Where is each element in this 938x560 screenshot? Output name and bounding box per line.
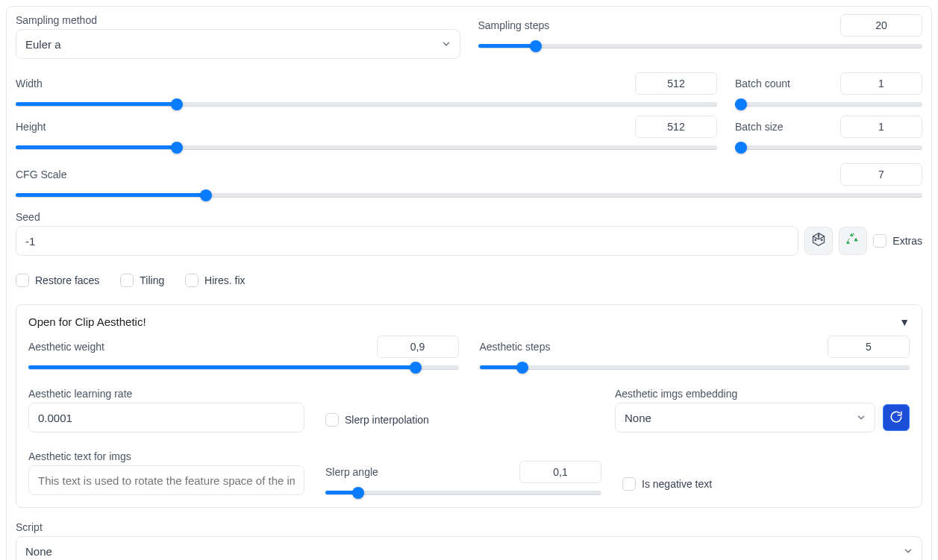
- tiling-label: Tiling: [140, 274, 164, 286]
- seed-input[interactable]: [16, 226, 798, 256]
- sampling-steps-label: Sampling steps: [478, 19, 550, 31]
- refresh-icon: [889, 410, 903, 426]
- svg-point-6: [818, 235, 819, 236]
- aesthetic-text-input[interactable]: [28, 465, 304, 495]
- batch-count-input[interactable]: [840, 72, 922, 95]
- is-negative-text-label: Is negative text: [642, 478, 712, 490]
- aesthetic-steps-label: Aesthetic steps: [480, 341, 551, 353]
- aesthetic-weight-slider[interactable]: [28, 365, 459, 370]
- height-slider[interactable]: [16, 145, 717, 150]
- slerp-interpolation-label: Slerp interpolation: [345, 414, 429, 426]
- height-label: Height: [16, 121, 46, 133]
- cfg-slider[interactable]: [16, 193, 922, 198]
- batch-size-label: Batch size: [735, 121, 784, 133]
- cfg-label: CFG Scale: [16, 169, 66, 180]
- aesthetic-steps-input[interactable]: [828, 336, 910, 358]
- svg-point-5: [822, 239, 823, 241]
- slerp-angle-slider[interactable]: [325, 491, 601, 495]
- aesthetic-weight-input[interactable]: [377, 336, 459, 358]
- sampling-method-select[interactable]: [16, 29, 460, 59]
- sampling-steps-slider[interactable]: [478, 44, 923, 48]
- extras-checkbox[interactable]: [873, 234, 887, 248]
- clip-aesthetic-title: Open for Clip Aesthetic!: [28, 315, 146, 328]
- batch-count-slider[interactable]: [735, 102, 922, 107]
- script-label: Script: [16, 521, 922, 533]
- hires-fix-checkbox[interactable]: [185, 274, 198, 287]
- svg-line-3: [813, 236, 819, 239]
- batch-size-input[interactable]: [840, 116, 922, 138]
- clip-aesthetic-panel: Open for Clip Aesthetic! ▼ Aesthetic wei…: [16, 304, 922, 508]
- generation-settings-panel: Sampling method Sampling steps Width: [6, 6, 932, 560]
- aesthetic-lr-input[interactable]: [28, 403, 304, 432]
- width-label: Width: [16, 78, 43, 89]
- width-input[interactable]: [635, 72, 717, 95]
- dice-icon: [811, 232, 826, 251]
- slerp-angle-label: Slerp angle: [325, 466, 378, 478]
- recycle-icon: [845, 232, 860, 251]
- slerp-angle-input[interactable]: [519, 461, 601, 483]
- is-negative-text-checkbox[interactable]: [622, 477, 636, 491]
- sampling-method-label: Sampling method: [16, 14, 460, 26]
- tiling-checkbox[interactable]: [120, 274, 134, 287]
- reuse-seed-button[interactable]: [839, 227, 867, 255]
- collapse-toggle[interactable]: ▼: [899, 316, 910, 328]
- restore-faces-checkbox[interactable]: [16, 274, 29, 287]
- restore-faces-label: Restore faces: [35, 274, 99, 286]
- aesthetic-embedding-label: Aesthetic imgs embedding: [615, 388, 910, 400]
- extras-label: Extras: [892, 235, 922, 247]
- svg-line-2: [819, 236, 825, 239]
- slerp-interpolation-checkbox[interactable]: [325, 413, 339, 427]
- seed-label: Seed: [16, 211, 922, 223]
- aesthetic-text-label: Aesthetic text for imgs: [28, 450, 304, 462]
- sampling-steps-input[interactable]: [840, 14, 922, 37]
- hires-fix-label: Hires. fix: [204, 274, 245, 286]
- random-seed-button[interactable]: [804, 227, 833, 255]
- height-input[interactable]: [635, 116, 717, 138]
- aesthetic-weight-label: Aesthetic weight: [28, 341, 104, 353]
- svg-point-4: [815, 239, 816, 241]
- aesthetic-steps-slider[interactable]: [480, 365, 910, 370]
- script-select[interactable]: [16, 536, 922, 560]
- batch-size-slider[interactable]: [735, 145, 922, 150]
- batch-count-label: Batch count: [735, 78, 790, 89]
- refresh-embeddings-button[interactable]: [883, 404, 910, 431]
- cfg-input[interactable]: [840, 163, 922, 186]
- width-slider[interactable]: [16, 102, 717, 107]
- aesthetic-lr-label: Aesthetic learning rate: [28, 388, 304, 400]
- aesthetic-embedding-select[interactable]: [615, 403, 875, 432]
